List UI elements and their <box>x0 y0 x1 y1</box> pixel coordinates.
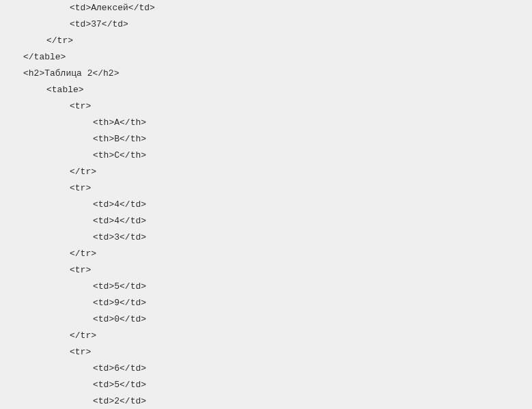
code-text: 4 <box>114 216 120 226</box>
code-tag: <td> <box>70 19 91 29</box>
code-line: </tr> <box>0 246 96 262</box>
code-tag: </tr> <box>70 330 96 341</box>
code-line: <tr> <box>0 344 91 361</box>
code-tag: <th> <box>93 134 114 144</box>
code-line: </tr> <box>0 164 96 180</box>
code-line: <td>4</td> <box>0 197 146 213</box>
code-tag: </td> <box>120 199 146 210</box>
code-tag: </td> <box>128 3 155 13</box>
code-line: <tr> <box>0 180 91 197</box>
code-line: <td>5</td> <box>0 377 146 393</box>
code-tag: </tr> <box>70 167 96 177</box>
code-line: <h2>Таблица 2</h2> <box>0 66 119 82</box>
code-tag: </tr> <box>70 249 96 259</box>
code-tag: </td> <box>120 281 146 292</box>
code-tag: <td> <box>93 363 114 373</box>
code-tag: <td> <box>93 396 114 406</box>
code-line: <td>5</td> <box>0 279 146 295</box>
code-text: 5 <box>114 380 120 390</box>
code-line: <tr> <box>0 262 91 279</box>
code-tag: </td> <box>120 396 146 406</box>
code-tag: <tr> <box>70 101 91 111</box>
code-line: <th>A</th> <box>0 115 146 131</box>
code-text: 4 <box>114 199 120 210</box>
code-tag: </td> <box>120 232 146 242</box>
code-tag: </td> <box>120 298 146 308</box>
code-line: <td>6</td> <box>0 361 146 377</box>
code-tag: <th> <box>93 117 114 128</box>
code-text: 37 <box>91 19 102 29</box>
code-tag: </th> <box>120 134 146 144</box>
code-tag: </table> <box>23 52 66 62</box>
code-text: 3 <box>114 232 120 242</box>
code-line: <td>9</td> <box>0 295 146 311</box>
code-text: 9 <box>114 298 120 308</box>
code-tag: <tr> <box>70 183 91 193</box>
code-line: <table> <box>0 82 84 98</box>
code-tag: </tr> <box>46 36 73 46</box>
code-text: C <box>114 150 120 160</box>
code-tag: </td> <box>102 19 128 29</box>
code-line: </tr> <box>0 33 73 49</box>
code-line: <tr> <box>0 98 91 115</box>
code-tag: </th> <box>120 150 146 160</box>
code-line: <th>B</th> <box>0 131 146 147</box>
code-tag: <td> <box>93 298 114 308</box>
code-block: <td>Алексей</td> <td>37</td> </tr> </tab… <box>0 0 532 409</box>
code-tag: <td> <box>93 232 114 242</box>
code-tag: </th> <box>120 117 146 128</box>
code-line: <td>37</td> <box>0 16 128 33</box>
code-line: <th>C</th> <box>0 147 146 164</box>
code-text: B <box>114 134 120 144</box>
code-tag: <td> <box>70 3 91 13</box>
code-line: <td>4</td> <box>0 213 146 229</box>
code-line: </table> <box>0 49 66 66</box>
code-line: </tr> <box>0 328 96 344</box>
code-tag: <td> <box>93 380 114 390</box>
code-text: Алексей <box>91 3 128 13</box>
code-line: <td>Алексей</td> <box>0 0 155 16</box>
code-tag: <h2> <box>23 68 44 79</box>
code-tag: <td> <box>93 216 114 226</box>
code-text: A <box>114 117 120 128</box>
code-tag: </td> <box>120 216 146 226</box>
code-text: 0 <box>114 314 120 324</box>
code-tag: <td> <box>93 199 114 210</box>
code-tag: </td> <box>120 380 146 390</box>
code-text: 2 <box>114 396 120 406</box>
code-line: <td>3</td> <box>0 229 146 246</box>
code-tag: <tr> <box>70 347 91 357</box>
code-tag: <td> <box>93 281 114 292</box>
code-tag: </td> <box>120 314 146 324</box>
code-tag: <th> <box>93 150 114 160</box>
code-line: <td>2</td> <box>0 393 146 409</box>
code-tag: </h2> <box>92 68 119 79</box>
code-text: 6 <box>114 363 120 373</box>
code-tag: <tr> <box>70 265 91 275</box>
code-tag: <table> <box>46 85 84 95</box>
code-tag: <td> <box>93 314 114 324</box>
code-tag: </td> <box>120 363 146 373</box>
code-line: <td>0</td> <box>0 311 146 328</box>
code-text: 5 <box>114 281 120 292</box>
code-text: Таблица 2 <box>44 68 92 79</box>
